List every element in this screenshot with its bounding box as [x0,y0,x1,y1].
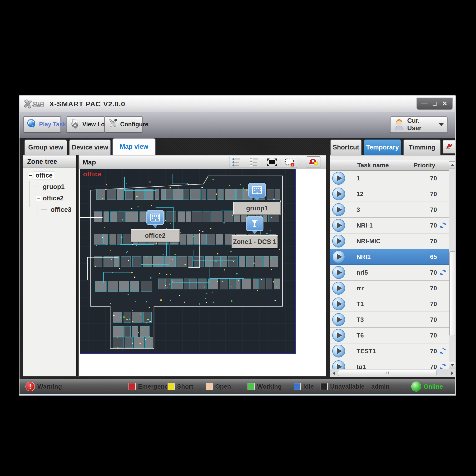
scroll-down-button[interactable] [449,362,456,369]
device-tree-blue-icon[interactable] [231,157,243,167]
tree-item-label: office2 [43,195,64,202]
vertical-scroll-thumb[interactable] [449,251,455,336]
marker-label: Zone1 - DCS 1 [232,235,278,248]
tree-item-office[interactable]: office [23,170,76,181]
view-log-button[interactable]: View Log [67,116,104,132]
toolbar-separator [263,159,263,166]
play-task-row-button[interactable] [332,235,345,248]
tree-connector [33,187,39,187]
glass-pin-icon[interactable] [246,216,263,231]
tree-item-office3[interactable]: office3 [23,204,76,215]
tab-temporary[interactable]: Temporary [364,139,401,155]
device-tree-white-icon[interactable] [248,157,261,167]
play-icon [337,222,342,228]
play-task-row-button[interactable] [332,298,345,310]
legend-working: Working [248,379,282,394]
task-panel: Task name Priority 1701270370NRI-170NRI-… [330,155,456,376]
marker-label: office2 [131,229,180,242]
play-task-row-button[interactable] [332,313,345,326]
task-priority: 70 [421,175,437,182]
task-row[interactable]: T670 [330,328,449,343]
tab-shortcut[interactable]: Shortcut [330,139,362,155]
task-priority: 70 [421,285,437,292]
map-marker-office2[interactable]: office2 [146,210,164,225]
task-name: nri5 [357,269,421,276]
column-priority: Priority [414,162,449,169]
task-row[interactable]: 170 [330,171,449,186]
collapse-icon[interactable] [36,196,41,201]
configure-button[interactable]: Configure [104,116,143,132]
scroll-right-button[interactable] [449,370,456,376]
scroll-up-button[interactable] [449,161,456,169]
tab-device-view[interactable]: Device view [69,139,111,155]
task-row[interactable]: NRI-MIC70 [330,234,449,249]
repeat-icon [437,347,449,355]
map-marker-gruop1[interactable]: gruop1 [248,183,266,198]
maximize-button[interactable]: □ [430,99,439,108]
play-task-row-button[interactable] [332,172,345,185]
clear-selection-icon[interactable]: x [284,157,296,167]
scroll-left-button[interactable] [330,370,338,376]
task-name: 12 [357,190,421,198]
task-row[interactable]: NRI-170 [330,218,449,234]
play-icon [337,285,342,291]
current-user-button[interactable]: Cur. User [390,116,448,133]
column-task-name: Task name [355,162,414,169]
task-row[interactable]: NRI165 [330,249,449,265]
online-icon [411,381,421,391]
task-row[interactable]: 1270 [330,186,449,202]
horizontal-scroll-thumb[interactable] [338,370,437,376]
tab-timming[interactable]: Timming [403,139,441,155]
collapse-icon[interactable] [28,173,33,178]
task-row[interactable]: T170 [330,296,449,312]
horizontal-scrollbar[interactable] [330,369,456,377]
app-logo-icon: SIB [24,99,48,110]
vertical-scrollbar[interactable] [449,161,456,369]
map-marker-Zone1-DCS1[interactable]: Zone1 - DCS 1 [246,216,263,231]
alarm-lock-button[interactable] [306,156,321,168]
task-name: tg1 [357,363,421,370]
play-task-row-button[interactable] [332,360,345,370]
warning-indicator[interactable]: ! Warning [25,379,62,394]
task-priority: 70 [421,332,437,339]
task-row[interactable]: TEST170 [330,343,449,359]
play-task-row-button[interactable] [332,329,345,342]
play-task-row-button[interactable] [332,187,345,200]
play-task-row-button[interactable] [332,266,345,279]
task-row[interactable]: 370 [330,202,449,218]
fullscreen-icon[interactable] [266,157,278,167]
tree-connector [41,209,47,210]
play-task-row-button[interactable] [332,219,345,232]
close-button[interactable]: ✕ [440,99,449,108]
task-row[interactable]: rrr70 [330,281,449,296]
header-spacer [343,160,355,170]
task-row[interactable]: tg170 [330,359,449,370]
tab-map-view[interactable]: Map view [112,138,156,155]
repeat-icon [437,222,449,229]
svg-text:SIB: SIB [32,101,44,108]
minimize-button[interactable]: — [420,99,429,108]
building-pin-icon[interactable] [146,210,164,225]
play-task-row-button[interactable] [332,282,345,295]
play-task-row-button[interactable] [332,203,345,216]
play-task-row-button[interactable] [332,345,345,357]
tree-item-gruop1[interactable]: gruop1 [23,181,76,192]
play-icon [337,254,342,260]
task-row[interactable]: T370 [330,312,449,328]
legend-color-swatch [206,383,213,390]
tree-item-label: office [34,171,54,179]
play-icon [337,175,342,181]
tab-group-view[interactable]: Group view [24,139,67,155]
legend-label: Working [257,383,282,390]
play-task-row-button[interactable] [332,250,345,263]
play-task-button[interactable]: Play Task [23,116,61,132]
task-row[interactable]: nri570 [330,265,449,281]
task-panel-extra-button[interactable] [443,140,456,154]
building-pin-icon[interactable] [248,183,266,198]
tree-item-office2[interactable]: office2 [23,192,76,204]
task-name: rrr [357,285,421,292]
map-canvas[interactable]: office gruop1office2Zone1 - DCS 1 [80,169,296,354]
map-zone-label: office [83,171,102,178]
task-name: T3 [357,316,421,323]
tree-connector [38,204,38,218]
